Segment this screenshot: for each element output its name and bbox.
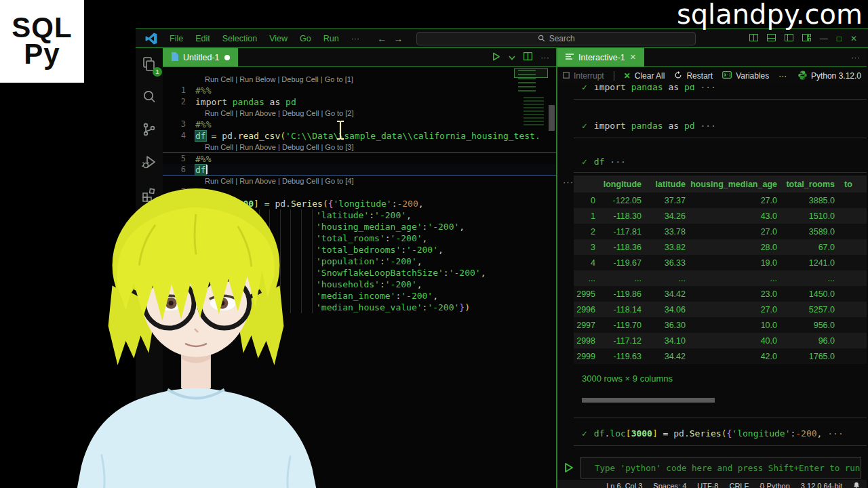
- toggle-panel-icon[interactable]: [767, 34, 776, 43]
- table-row: 2-117.8133.7827.03589.0: [574, 224, 867, 239]
- success-check-icon: ✓: [582, 121, 587, 131]
- status-bar: Ln 6, Col 3 Spaces: 4 UTF-8 CRLF {} Pyth…: [557, 480, 867, 488]
- python-code-input[interactable]: Type 'python' code here and press Shift+…: [580, 457, 861, 479]
- split-editor-icon[interactable]: [524, 52, 532, 62]
- table-cell: 3589.0: [780, 227, 837, 237]
- toolbar-more-icon[interactable]: ···: [778, 71, 787, 81]
- table-row: 2995-119.8634.4223.01450.0: [574, 286, 867, 302]
- text-caret: [206, 165, 208, 174]
- more-actions-icon[interactable]: ···: [540, 52, 549, 62]
- toggle-sidebar-icon[interactable]: [785, 34, 793, 43]
- input-placeholder: Type 'python' code here and press Shift+…: [595, 463, 860, 473]
- panel-more-actions-icon[interactable]: ···: [851, 52, 860, 62]
- code-line: 2import pandas as pd: [163, 96, 556, 108]
- table-cell: 43.0: [688, 211, 780, 221]
- unsaved-dot-icon[interactable]: [224, 55, 230, 60]
- restart-button[interactable]: Restart: [674, 71, 713, 81]
- menu-go[interactable]: Go: [294, 33, 317, 45]
- editor-tab-bar: Untitled-1 ···: [163, 48, 556, 67]
- tab-interactive-1[interactable]: Interactive-1 ✕: [557, 48, 644, 66]
- table-row: 1-118.3034.2643.01510.0: [574, 208, 867, 224]
- maximize-button[interactable]: □: [837, 34, 842, 43]
- table-cell: 33.78: [644, 227, 688, 237]
- table-cell: -118.30: [598, 211, 644, 221]
- menu-selection[interactable]: Selection: [217, 33, 262, 45]
- table-cell: 33.82: [644, 243, 688, 252]
- restart-icon: [674, 71, 682, 81]
- table-cell: ...: [574, 274, 598, 283]
- customize-layout-icon[interactable]: [802, 34, 811, 43]
- table-row: 4-119.6736.3319.01241.0: [574, 255, 867, 270]
- minimap[interactable]: [518, 70, 545, 129]
- search-sidebar-icon[interactable]: [141, 89, 157, 105]
- close-button[interactable]: ✕: [850, 34, 857, 43]
- interrupt-button[interactable]: Interrupt: [563, 71, 604, 81]
- entry-divider: [574, 138, 867, 138]
- run-debug-icon[interactable]: [141, 154, 157, 170]
- table-cell: 96.0: [780, 336, 837, 346]
- cursor-position[interactable]: Ln 6, Col 3: [606, 482, 642, 488]
- table-cell: 36.30: [644, 321, 688, 330]
- language-mode[interactable]: {} Python: [760, 482, 790, 488]
- menu-file[interactable]: File: [164, 33, 189, 45]
- menu-view[interactable]: View: [264, 33, 293, 45]
- site-url: sqlandpy.com: [677, 0, 863, 30]
- command-search-input[interactable]: Search: [416, 32, 696, 45]
- entry-divider: [574, 445, 867, 446]
- forward-icon[interactable]: →: [393, 33, 403, 44]
- explorer-icon[interactable]: 1: [141, 56, 157, 73]
- editor-scrollbar[interactable]: [549, 105, 555, 131]
- menu-bar: File Edit Selection View Go Run ···: [164, 33, 365, 45]
- table-cell: 67.0: [780, 243, 837, 252]
- dataframe-summary: 3000 rows × 9 columns: [582, 373, 867, 386]
- codelens-run-cell-3[interactable]: Run Cell | Run Above | Debug Cell | Go t…: [163, 142, 556, 152]
- table-cell: -117.81: [598, 227, 644, 237]
- tab-label: Interactive-1: [578, 53, 625, 62]
- codelens-run-cell-1[interactable]: Run Cell | Run Below | Debug Cell | Go t…: [163, 74, 556, 85]
- split-editor-icon[interactable]: [749, 34, 758, 43]
- history-entry: ✓ import pandas as pd ···: [557, 119, 867, 132]
- table-cell: housing_median_age: [688, 180, 780, 189]
- code-line-current: 6df: [163, 164, 556, 176]
- source-control-icon[interactable]: [141, 121, 157, 138]
- panel-tab-bar: Interactive-1 ✕ ···: [557, 48, 867, 67]
- eol[interactable]: CRLF: [729, 482, 749, 488]
- table-cell: 28.0: [688, 243, 780, 252]
- history-entry: ✓ df.loc[3000] = pd.Series({'longitude':…: [557, 426, 867, 440]
- code-line: 4df = pd.read_csv('C:\\Data\\sample_data…: [163, 130, 556, 142]
- python-interpreter-button[interactable]: Python 3.12.0: [798, 70, 861, 82]
- variables-button[interactable]: Variables: [722, 71, 769, 81]
- menu-edit[interactable]: Edit: [190, 33, 216, 45]
- tab-untitled-1[interactable]: Untitled-1: [163, 48, 238, 66]
- run-dropdown-icon[interactable]: [509, 52, 515, 62]
- menu-run[interactable]: Run: [318, 33, 344, 45]
- variables-icon: [722, 71, 732, 81]
- codelens-run-cell-2[interactable]: Run Cell | Run Above | Debug Cell | Go t…: [163, 108, 556, 119]
- interpreter-version[interactable]: 3.12.0 64-bit: [801, 482, 842, 488]
- encoding[interactable]: UTF-8: [697, 482, 718, 488]
- table-cell: total_rooms: [780, 180, 837, 189]
- output-collapse-icon[interactable]: ···: [563, 176, 574, 364]
- run-cell-button[interactable]: [492, 52, 500, 63]
- table-cell: to: [837, 180, 867, 189]
- table-cell: 10.0: [688, 321, 780, 330]
- table-cell: -118.36: [598, 243, 644, 252]
- table-cell: 40.0: [688, 336, 780, 346]
- minimize-button[interactable]: —: [820, 34, 828, 43]
- success-check-icon: ✓: [582, 85, 587, 92]
- back-icon[interactable]: ←: [377, 33, 387, 44]
- table-cell: -119.70: [598, 321, 644, 330]
- menu-more[interactable]: ···: [346, 33, 366, 45]
- table-horizontal-scrollbar[interactable]: [582, 398, 715, 403]
- notifications-bell-icon[interactable]: [853, 482, 860, 488]
- table-cell: 2998: [574, 336, 598, 346]
- clear-all-button[interactable]: ✕ Clear All: [624, 71, 665, 81]
- table-cell: 2: [574, 227, 598, 237]
- table-cell: 42.0: [688, 352, 780, 361]
- table-cell: 0: [574, 196, 598, 205]
- indentation[interactable]: Spaces: 4: [653, 482, 686, 488]
- close-tab-icon[interactable]: ✕: [630, 53, 636, 62]
- success-check-icon: ✓: [582, 428, 587, 439]
- history-entry: ✓ import pandas as pd ···: [557, 85, 867, 94]
- run-input-icon[interactable]: [561, 462, 576, 473]
